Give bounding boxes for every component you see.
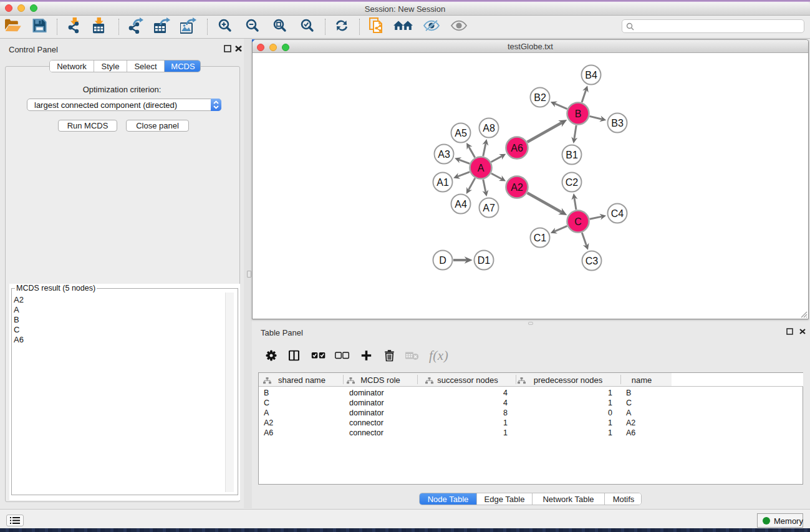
svg-text:C1: C1 bbox=[534, 233, 547, 243]
svg-text:C3: C3 bbox=[586, 256, 599, 266]
svg-text:A8: A8 bbox=[483, 123, 495, 133]
svg-text:A6: A6 bbox=[511, 143, 523, 153]
svg-text:C: C bbox=[574, 216, 582, 227]
svg-text:B3: B3 bbox=[611, 118, 624, 128]
svg-text:D1: D1 bbox=[478, 255, 491, 266]
svg-text:A1: A1 bbox=[436, 177, 449, 188]
svg-text:C2: C2 bbox=[566, 177, 579, 188]
svg-text:C4: C4 bbox=[611, 208, 624, 219]
svg-text:B4: B4 bbox=[585, 70, 597, 80]
svg-text:A4: A4 bbox=[455, 199, 467, 210]
svg-text:A3: A3 bbox=[438, 149, 450, 160]
svg-text:A5: A5 bbox=[455, 128, 467, 138]
svg-text:B: B bbox=[575, 109, 582, 119]
svg-text:A: A bbox=[478, 163, 485, 173]
svg-text:B1: B1 bbox=[566, 150, 578, 160]
svg-text:B2: B2 bbox=[534, 92, 546, 103]
svg-text:A7: A7 bbox=[483, 203, 495, 213]
svg-text:D: D bbox=[439, 255, 446, 266]
svg-text:A2: A2 bbox=[511, 182, 523, 193]
